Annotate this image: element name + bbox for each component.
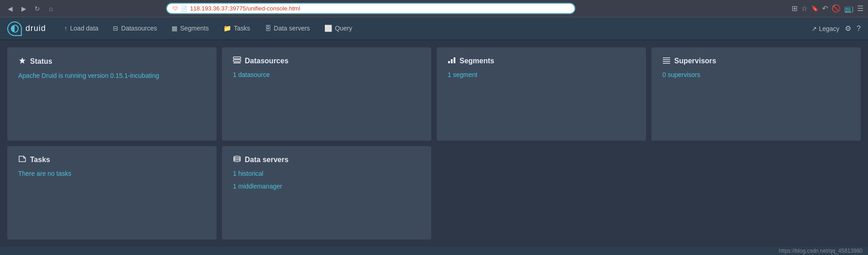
datasources-card-title: Datasources <box>233 56 420 66</box>
header-right: ↗ Legacy ⚙ ? <box>812 24 861 33</box>
qr-icon[interactable]: ⊞ <box>792 4 797 13</box>
browser-chrome: ◀ ▶ ↻ ⌂ 🛡 📄 118.193.36.37:39775/unified-… <box>0 0 868 17</box>
nav-data-servers-label: Data servers <box>274 25 310 32</box>
settings-icon[interactable]: ⚙ <box>845 24 851 33</box>
home-button[interactable]: ⌂ <box>45 3 56 14</box>
logo-text: druid <box>25 24 46 33</box>
supervisors-title-text: Supervisors <box>674 57 716 65</box>
address-text: 118.193.36.37:39775/unified-console.html <box>190 5 300 12</box>
supervisors-card: Supervisors 0 supervisors <box>651 47 861 141</box>
svg-rect-2 <box>233 62 241 63</box>
undo-icon[interactable]: ↶ <box>822 4 828 13</box>
browser-right-icons: ⊞ ☆ 🔖 ↶ 🚫 📺 ☰ <box>792 4 863 13</box>
datasources-title-text: Datasources <box>245 57 288 65</box>
block-icon[interactable]: 🚫 <box>832 4 841 13</box>
segments-count[interactable]: 1 segment <box>448 71 635 78</box>
data-servers-card-title: Data servers <box>233 155 420 164</box>
status-title-icon <box>18 56 26 66</box>
status-bar: https://blog.csdn.net/qq_45813980 <box>0 247 868 255</box>
status-description[interactable]: Apache Druid is running version 0.15.1-i… <box>18 72 206 79</box>
svg-rect-3 <box>448 61 450 63</box>
tasks-card: Tasks There are no tasks <box>7 146 217 240</box>
logo: druid <box>7 21 46 36</box>
security-icon: 🛡 <box>172 5 178 12</box>
segments-card-title: Segments <box>448 56 635 66</box>
supervisors-title-icon <box>662 56 671 66</box>
address-bar[interactable]: 🛡 📄 118.193.36.37:39775/unified-console.… <box>166 3 575 14</box>
svg-rect-1 <box>233 60 241 61</box>
svg-rect-4 <box>451 59 453 63</box>
svg-rect-0 <box>233 57 241 59</box>
tasks-count[interactable]: There are no tasks <box>18 170 206 177</box>
svg-point-12 <box>234 160 240 162</box>
main-content: Status Apache Druid is running version 0… <box>0 40 868 247</box>
refresh-button[interactable]: ↻ <box>32 3 43 14</box>
menu-icon[interactable]: ☰ <box>857 4 863 13</box>
collections-icon[interactable]: 🔖 <box>811 5 818 12</box>
query-nav-icon: ⬜ <box>324 25 332 32</box>
datasources-nav-icon: ⊟ <box>113 25 118 32</box>
favicon-icon: 📄 <box>181 5 187 12</box>
supervisors-card-title: Supervisors <box>662 56 850 66</box>
help-icon[interactable]: ? <box>857 25 861 33</box>
status-card: Status Apache Druid is running version 0… <box>7 47 217 141</box>
nav-query[interactable]: ⬜ Query <box>317 17 359 40</box>
back-button[interactable]: ◀ <box>5 3 15 14</box>
nav-datasources-label: Datasources <box>121 25 157 32</box>
data-servers-middlemanager-link[interactable]: 1 middlemanager <box>233 183 420 190</box>
cast-icon[interactable]: 📺 <box>844 4 853 13</box>
datasources-count[interactable]: 1 datasource <box>233 71 420 78</box>
status-card-title: Status <box>18 56 206 66</box>
nav-datasources[interactable]: ⊟ Datasources <box>106 17 164 40</box>
supervisors-count[interactable]: 0 supervisors <box>662 71 850 78</box>
load-data-icon: ↑ <box>64 25 67 32</box>
legacy-button[interactable]: ↗ Legacy <box>812 25 839 32</box>
data-servers-title-text: Data servers <box>245 156 288 164</box>
nav-load-data-label: Load data <box>70 25 98 32</box>
status-title-text: Status <box>30 57 52 66</box>
data-servers-title-icon <box>233 155 241 164</box>
tasks-nav-icon: 📁 <box>223 25 231 32</box>
app-header: druid ↑ Load data ⊟ Datasources ▦ Segmen… <box>0 17 868 40</box>
logo-icon <box>7 21 22 36</box>
tasks-title-text: Tasks <box>30 156 50 164</box>
data-servers-card: Data servers 1 historical 1 middlemanage… <box>222 146 431 240</box>
data-servers-historical-link[interactable]: 1 historical <box>233 170 420 177</box>
segments-nav-icon: ▦ <box>172 25 177 32</box>
segments-card: Segments 1 segment <box>437 47 646 141</box>
tasks-title-icon <box>18 155 26 164</box>
forward-button[interactable]: ▶ <box>18 3 29 14</box>
nav-menu: ↑ Load data ⊟ Datasources ▦ Segments 📁 T… <box>57 17 812 40</box>
nav-query-label: Query <box>335 25 352 32</box>
nav-load-data[interactable]: ↑ Load data <box>57 17 106 40</box>
segments-title-text: Segments <box>459 57 494 65</box>
nav-tasks-label: Tasks <box>234 25 250 32</box>
nav-tasks[interactable]: 📁 Tasks <box>216 17 257 40</box>
nav-segments[interactable]: ▦ Segments <box>164 17 216 40</box>
datasources-title-icon <box>233 56 241 66</box>
legacy-link-icon: ↗ <box>812 25 817 32</box>
datasources-card: Datasources 1 datasource <box>222 47 431 141</box>
nav-segments-label: Segments <box>180 25 209 32</box>
tasks-card-title: Tasks <box>18 155 206 164</box>
legacy-label: Legacy <box>819 25 839 32</box>
data-servers-nav-icon: 🗄 <box>265 25 271 32</box>
status-bar-url: https://blog.csdn.net/qq_45813980 <box>779 248 863 254</box>
nav-data-servers[interactable]: 🗄 Data servers <box>257 17 317 40</box>
segments-title-icon <box>448 56 456 66</box>
star-icon[interactable]: ☆ <box>801 4 807 13</box>
svg-rect-5 <box>454 57 455 63</box>
